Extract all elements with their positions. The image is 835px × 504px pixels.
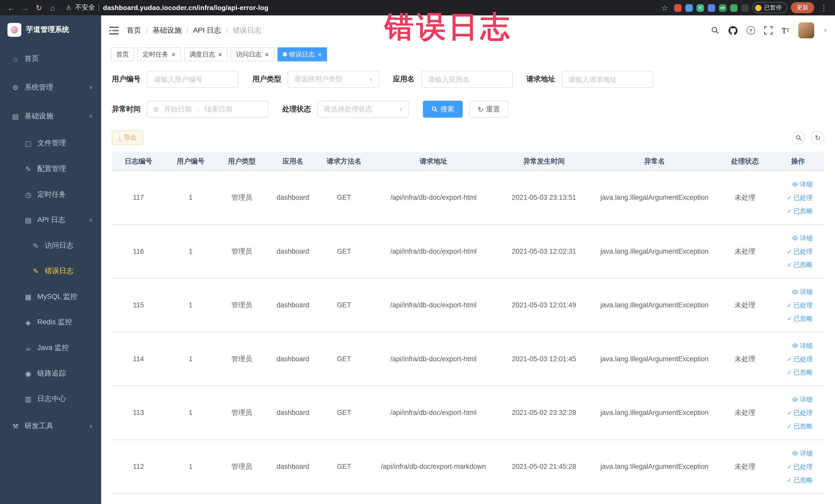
ignored-link[interactable]: ✓已忽略	[787, 260, 813, 269]
processed-link[interactable]: ✓已处理	[787, 408, 813, 418]
reload-icon[interactable]: ↻	[33, 2, 45, 14]
sidebar-item-config-management[interactable]: ✎配置管理	[0, 156, 101, 182]
method-cell: GET	[319, 300, 370, 310]
search-icon[interactable]	[711, 26, 719, 35]
check-icon: ✓	[787, 462, 792, 471]
blue-grid-extension-icon[interactable]	[708, 4, 715, 12]
active-tab-dot	[283, 52, 287, 57]
refresh-button[interactable]: ↻	[811, 131, 824, 144]
export-button[interactable]: ↓ 导出	[112, 130, 143, 145]
detail-link[interactable]: 详细	[792, 287, 813, 297]
sidebar-menu: ⌂首页⚙系统管理∨▤基础设施∧▢文件管理✎配置管理◷定时任务▤API 日志∧✎访…	[0, 44, 101, 441]
logo[interactable]: 芋道管理系统	[0, 15, 101, 44]
onetab-extension-icon[interactable]: on	[719, 4, 727, 12]
detail-link[interactable]: 详细	[792, 234, 813, 243]
detail-link[interactable]: 详细	[792, 395, 813, 404]
sidebar-item-error-log[interactable]: ✎错误日志	[0, 258, 101, 284]
refresh-icon: ↻	[478, 105, 484, 113]
eye-icon	[792, 235, 798, 241]
sidebar-item-infrastructure[interactable]: ▤基础设施∧	[0, 102, 101, 130]
exception-name-cell: java.lang.IllegalArgumentException	[591, 354, 718, 364]
tab-错误日志[interactable]: 错误日志×	[277, 47, 327, 61]
dark-pin-extension-icon[interactable]	[741, 4, 749, 12]
processed-link[interactable]: ✓已处理	[787, 193, 813, 202]
forward-icon[interactable]: →	[19, 2, 31, 14]
tab-定时任务[interactable]: 定时任务×	[137, 47, 181, 61]
avatar[interactable]	[798, 22, 814, 38]
reset-button[interactable]: ↻ 重置	[469, 101, 509, 118]
sidebar-item-file-management[interactable]: ▢文件管理	[0, 130, 101, 156]
request-url-cell: /api/infra/db-doc/export-html	[370, 192, 497, 203]
processed-link[interactable]: ✓已处理	[787, 247, 813, 256]
log-id-cell: 116	[112, 246, 165, 257]
app-name-label: 应用名	[393, 75, 414, 84]
user-id-input[interactable]	[147, 71, 239, 88]
breadcrumb-item[interactable]: 首页	[127, 26, 141, 35]
app-name-input[interactable]	[421, 71, 513, 88]
back-icon[interactable]: ←	[5, 2, 17, 14]
sidebar-item-label: 日志中心	[37, 394, 93, 404]
fullscreen-icon[interactable]	[764, 26, 773, 35]
github-icon[interactable]	[729, 26, 737, 35]
red-circle-extension-icon[interactable]	[674, 4, 681, 12]
process-status-select[interactable]: 请选择处理状态 ∨	[317, 101, 409, 118]
tab-访问日志[interactable]: 访问日志×	[231, 47, 274, 61]
font-size-icon[interactable]: TT	[781, 26, 789, 35]
address-bar[interactable]: ⚠ 不安全 dashboard.yudao.iocoder.cn/infra/l…	[61, 3, 657, 12]
detail-link[interactable]: 详细	[792, 180, 813, 189]
ignored-link[interactable]: ✓已忽略	[787, 475, 813, 485]
tab-close-icon[interactable]: ×	[218, 51, 222, 58]
check-icon: ✓	[787, 193, 792, 202]
sidebar-item-system-management[interactable]: ⚙系统管理∨	[0, 73, 101, 102]
user-type-select[interactable]: 请选择用户类型 ∨	[287, 71, 379, 88]
request-url-input[interactable]	[562, 71, 653, 88]
user-type-cell: 管理员	[216, 461, 267, 472]
sidebar-item-dev-tools[interactable]: ⚒研发工具∨	[0, 412, 101, 441]
app-title: 芋道管理系统	[26, 25, 69, 35]
breadcrumb-item[interactable]: API 日志	[193, 26, 221, 35]
sidebar-item-access-log[interactable]: ✎访问日志	[0, 233, 101, 259]
sidebar-item-trace[interactable]: ◉链路追踪	[0, 361, 101, 386]
tab-close-icon[interactable]: ×	[171, 51, 176, 58]
ignored-link[interactable]: ✓已忽略	[787, 367, 813, 377]
ignored-link[interactable]: ✓已忽略	[787, 421, 813, 431]
actions-cell: 详细✓已处理✓已忽略	[772, 341, 824, 377]
app-name-cell: dashboard	[267, 246, 318, 257]
sidebar-item-java-monitor[interactable]: ☕Java 监控	[0, 335, 101, 361]
sidebar-item-redis-monitor[interactable]: ◈Redis 监控	[0, 309, 101, 335]
browser-menu-icon[interactable]: ⋮	[818, 2, 830, 14]
tab-调度日志[interactable]: 调度日志×	[184, 47, 227, 61]
green-leaf-extension-icon[interactable]	[730, 4, 737, 12]
breadcrumb-item[interactable]: 基础设施	[153, 26, 182, 35]
sidebar-item-log-center[interactable]: ▥日志中心	[0, 386, 101, 412]
blue-drop-extension-icon[interactable]	[685, 4, 693, 12]
paused-badge[interactable]: 已暂停	[752, 2, 787, 13]
search-button[interactable]: 搜索	[423, 101, 463, 118]
sidebar-item-home[interactable]: ⌂首页	[0, 44, 101, 73]
search-toggle-button[interactable]	[792, 131, 805, 144]
ignored-link[interactable]: ✓已忽略	[787, 206, 813, 216]
update-button[interactable]: 更新	[791, 2, 814, 13]
sidebar-item-mysql-monitor[interactable]: ▦MySQL 监控	[0, 284, 101, 310]
tab-首页[interactable]: 首页	[111, 47, 134, 61]
sidebar-item-scheduled-jobs[interactable]: ◷定时任务	[0, 182, 101, 207]
bookmark-star-icon[interactable]: ☆	[659, 2, 670, 14]
detail-link[interactable]: 详细	[792, 341, 813, 350]
sidebar-item-api-logs[interactable]: ▤API 日志∧	[0, 207, 101, 233]
column-header: 异常名	[591, 156, 718, 166]
vue-devtools-extension-icon[interactable]: V	[697, 4, 704, 12]
sidebar-item-label: MySQL 监控	[37, 292, 93, 301]
help-icon[interactable]: ?	[747, 26, 755, 35]
exception-time-range[interactable]: ⊞ 开始日期 - 结束日期	[147, 101, 268, 118]
ignored-link[interactable]: ✓已忽略	[787, 314, 813, 323]
tab-close-icon[interactable]: ×	[318, 51, 322, 58]
processed-link[interactable]: ✓已处理	[787, 354, 813, 364]
address-divider	[99, 4, 99, 11]
detail-link[interactable]: 详细	[792, 448, 813, 458]
processed-link[interactable]: ✓已处理	[787, 462, 813, 471]
hamburger-icon[interactable]	[109, 26, 119, 35]
browser-home-icon[interactable]: ⌂	[47, 2, 59, 14]
processed-link[interactable]: ✓已处理	[787, 300, 813, 310]
tab-close-icon[interactable]: ×	[265, 51, 269, 58]
chevron-down-icon[interactable]: ∨	[823, 28, 827, 33]
